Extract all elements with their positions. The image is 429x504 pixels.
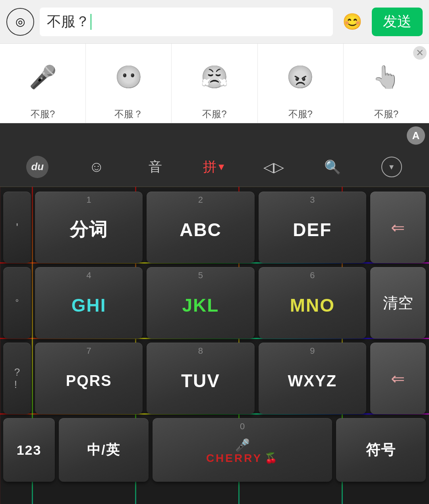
toolbar-cursor[interactable]: ◁▷ bbox=[244, 147, 303, 186]
key-5-jkl[interactable]: 5 JKL bbox=[147, 267, 254, 339]
sticker-label-5: 不服? bbox=[374, 108, 398, 120]
toolbar-more[interactable]: ▾ bbox=[362, 147, 421, 186]
text-input[interactable]: 不服？ bbox=[40, 8, 333, 36]
input-bar: ◎ 不服？ 😊 发送 bbox=[0, 0, 429, 44]
key-9-wxyz[interactable]: 9 WXYZ bbox=[259, 343, 366, 414]
sticker-label-2: 不服？ bbox=[114, 108, 143, 120]
sticker-item-2[interactable]: 😶 不服？ bbox=[86, 44, 172, 123]
sticker-figure-5: 👆 bbox=[372, 48, 400, 106]
close-button[interactable]: ✕ bbox=[413, 46, 427, 60]
key-7-pqrs[interactable]: 7 PQRS bbox=[35, 343, 143, 414]
text-cursor bbox=[91, 14, 91, 30]
sticker-label-3: 不服? bbox=[202, 108, 226, 120]
keyboard-row-1: ' 1 分词 2 ABC 3 DEF ⇐ bbox=[3, 192, 426, 263]
keyboard-row-2: ° 4 GHI 5 JKL 6 MNO 清空 bbox=[3, 267, 426, 339]
sticker-figure-1: 🎤 bbox=[29, 48, 57, 106]
key-0-cherry[interactable]: 0 🎤 CHERRY 🍒 bbox=[153, 418, 332, 482]
toolbar-pinyin[interactable]: 拼 ▼ bbox=[185, 147, 244, 186]
du-logo: du bbox=[26, 156, 48, 178]
sound-label: 音 bbox=[149, 158, 162, 176]
voice-icon: ◎ bbox=[15, 15, 25, 28]
key-3-def[interactable]: 3 DEF bbox=[259, 192, 366, 263]
key-backspace-2[interactable]: ⇐ bbox=[370, 343, 426, 414]
more-icon: ▾ bbox=[381, 157, 402, 177]
pinyin-label: 拼 bbox=[203, 158, 216, 176]
sticker-figure-4: 😠 bbox=[286, 48, 314, 106]
voice-button[interactable]: ◎ bbox=[6, 8, 34, 36]
mic-icon: 🎤 bbox=[235, 438, 250, 452]
sticker-label-4: 不服? bbox=[288, 108, 313, 120]
key-qmark-excl[interactable]: ?! bbox=[3, 343, 31, 414]
sticker-item-3[interactable]: 😤 不服? bbox=[172, 44, 257, 123]
toolbar-du[interactable]: du bbox=[8, 147, 67, 186]
key-symbol[interactable]: 符号 bbox=[336, 418, 426, 482]
keyboard-toolbar: du ☺ 音 拼 ▼ ◁▷ 🔍 ▾ bbox=[0, 147, 429, 187]
sticker-label-1: 不服? bbox=[31, 108, 55, 120]
cherry-logo: CHERRY 🍒 bbox=[206, 452, 278, 465]
key-cn-en[interactable]: 中/英 bbox=[59, 418, 149, 482]
toolbar-search[interactable]: 🔍 bbox=[303, 147, 362, 186]
key-period[interactable]: ° bbox=[3, 267, 31, 339]
key-clear[interactable]: 清空 bbox=[370, 267, 426, 339]
toolbar-sound[interactable]: 音 bbox=[126, 147, 185, 186]
input-text: 不服？ bbox=[47, 12, 90, 31]
sticker-figure-3: 😤 bbox=[201, 48, 228, 106]
sticker-item-5[interactable]: 👆 不服? ✕ bbox=[344, 44, 429, 123]
a-badge: A bbox=[407, 126, 425, 145]
key-1-fenci[interactable]: 1 分词 bbox=[35, 192, 143, 263]
search-icon: 🔍 bbox=[324, 159, 341, 175]
pinyin-dropdown: ▼ bbox=[216, 161, 226, 173]
send-button[interactable]: 发送 bbox=[372, 8, 423, 36]
sticker-figure-2: 😶 bbox=[115, 48, 143, 106]
toolbar-emoji[interactable]: ☺ bbox=[67, 147, 126, 186]
keyboard-area: ' 1 分词 2 ABC 3 DEF ⇐ ° 4 GHI 5 JKL bbox=[0, 187, 429, 504]
keyboard-row-4: 123 中/英 0 🎤 CHERRY 🍒 符号 bbox=[3, 418, 426, 482]
emoji-icon: 😊 bbox=[342, 12, 362, 31]
key-2-abc[interactable]: 2 ABC bbox=[147, 192, 254, 263]
cherry-icon: 🍒 bbox=[265, 452, 278, 464]
a-badge-area: A bbox=[0, 123, 429, 147]
sticker-item-4[interactable]: 😠 不服? bbox=[258, 44, 344, 123]
sticker-item-1[interactable]: 🎤 不服? bbox=[0, 44, 86, 123]
cursor-icon: ◁▷ bbox=[263, 159, 284, 175]
key-quote[interactable]: ' bbox=[3, 192, 31, 263]
key-6-mno[interactable]: 6 MNO bbox=[259, 267, 366, 339]
emoji-button[interactable]: 😊 bbox=[338, 8, 366, 36]
emoji-toolbar-icon: ☺ bbox=[89, 158, 104, 175]
key-8-tuv[interactable]: 8 TUV bbox=[147, 343, 254, 414]
keyboard-row-3: ?! 7 PQRS 8 TUV 9 WXYZ ⇐ bbox=[3, 343, 426, 414]
key-4-ghi[interactable]: 4 GHI bbox=[35, 267, 143, 339]
cherry-text: CHERRY bbox=[206, 452, 262, 465]
sticker-panel: 🎤 不服? 😶 不服？ 😤 不服? 😠 不服? 👆 不服? ✕ bbox=[0, 44, 429, 123]
key-123[interactable]: 123 bbox=[3, 418, 55, 482]
key-backspace-1[interactable]: ⇐ bbox=[370, 192, 426, 263]
